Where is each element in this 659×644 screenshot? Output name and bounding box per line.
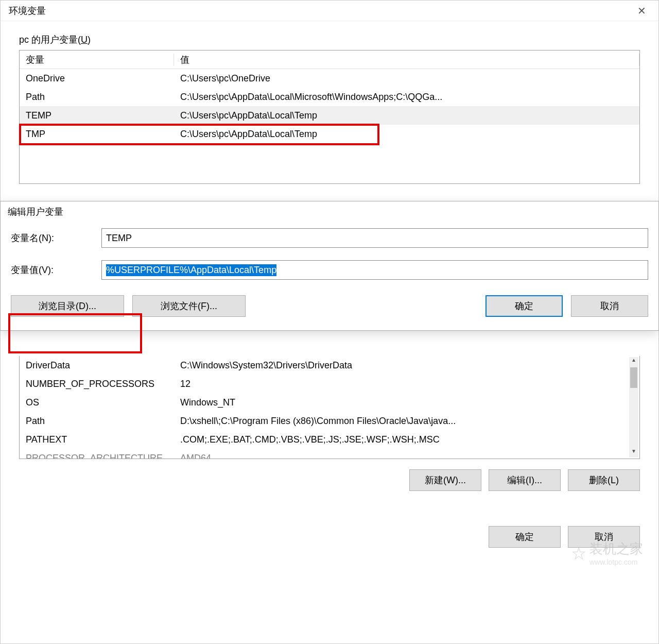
- browse-directory-button[interactable]: 浏览目录(D)...: [11, 295, 124, 317]
- table-row[interactable]: PROCESSOR_ARCHITECTURE AMD64: [20, 449, 639, 459]
- variable-name-row: 变量名(N): TEMP: [1, 222, 658, 254]
- variable-name-input[interactable]: TEMP: [101, 228, 648, 248]
- col-variable[interactable]: 变量: [20, 54, 174, 66]
- table-row[interactable]: PATHEXT .COM;.EXE;.BAT;.CMD;.VBS;.VBE;.J…: [20, 430, 639, 449]
- star-icon: ☆: [571, 543, 586, 564]
- system-buttons: 新建(W)... 编辑(I)... 删除(L): [409, 469, 640, 491]
- edit-dialog-buttons: 浏览目录(D)... 浏览文件(F)... 确定 取消: [1, 286, 658, 320]
- table-row[interactable]: OS Windows_NT: [20, 393, 639, 412]
- table-row[interactable]: TEMP C:\Users\pc\AppData\Local\Temp: [20, 106, 639, 125]
- titlebar: 环境变量 ✕: [1, 1, 658, 21]
- variable-name-label: 变量名(N):: [11, 232, 93, 244]
- table-row[interactable]: DriverData C:\Windows\System32\Drivers\D…: [20, 356, 639, 375]
- user-vars-label: pc 的用户变量(U): [1, 21, 658, 50]
- watermark: ☆ 装机之家 www.lotpc.com: [571, 540, 643, 566]
- system-vars-list[interactable]: DriverData C:\Windows\System32\Drivers\D…: [19, 356, 640, 459]
- ok-button[interactable]: 确定: [485, 295, 563, 317]
- table-row[interactable]: Path C:\Users\pc\AppData\Local\Microsoft…: [20, 88, 639, 106]
- variable-value-row: 变量值(V): %USERPROFILE%\AppData\Local\Temp: [1, 254, 658, 286]
- col-value[interactable]: 值: [174, 54, 639, 66]
- new-button[interactable]: 新建(W)...: [409, 469, 481, 491]
- variable-value-label: 变量值(V):: [11, 264, 93, 276]
- edit-dialog-title: 编辑用户变量: [1, 201, 658, 222]
- user-vars-list[interactable]: 变量 值 OneDrive C:\Users\pc\OneDrive Path …: [19, 50, 640, 184]
- table-row[interactable]: NUMBER_OF_PROCESSORS 12: [20, 375, 639, 393]
- cancel-button[interactable]: 取消: [571, 295, 648, 317]
- ok-button[interactable]: 确定: [489, 526, 561, 548]
- scroll-down-icon[interactable]: ▼: [629, 448, 638, 457]
- browse-file-button[interactable]: 浏览文件(F)...: [132, 295, 246, 317]
- delete-button[interactable]: 删除(L): [568, 469, 640, 491]
- edit-user-variable-dialog: 编辑用户变量 变量名(N): TEMP 变量值(V): %USERPROFILE…: [0, 201, 659, 331]
- edit-button[interactable]: 编辑(I)...: [489, 469, 561, 491]
- scrollbar[interactable]: ▲ ▼: [629, 357, 638, 457]
- table-row[interactable]: Path D:\xshell\;C:\Program Files (x86)\C…: [20, 412, 639, 430]
- dialog-title: 环境变量: [9, 5, 46, 17]
- list-header: 变量 值: [20, 50, 639, 69]
- close-icon[interactable]: ✕: [633, 5, 650, 17]
- variable-value-input[interactable]: %USERPROFILE%\AppData\Local\Temp: [101, 260, 648, 280]
- scroll-thumb[interactable]: [630, 367, 637, 388]
- table-row[interactable]: TMP C:\Users\pc\AppData\Local\Temp: [20, 125, 639, 143]
- scroll-up-icon[interactable]: ▲: [629, 357, 638, 366]
- table-row[interactable]: OneDrive C:\Users\pc\OneDrive: [20, 69, 639, 88]
